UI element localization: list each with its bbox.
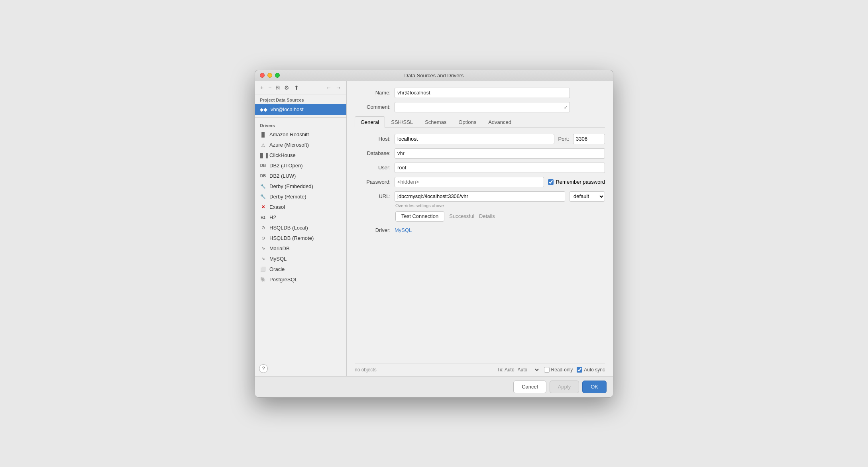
drivers-list: ▐▌ Amazon Redshift △ Azure (Microsoft) ▐… [255,130,346,361]
tab-advanced[interactable]: Advanced [482,116,517,128]
overrides-text: Overrides settings above [395,203,605,208]
user-label: User: [355,165,391,171]
driver-name: Azure (Microsoft) [269,142,309,148]
url-type-select[interactable]: default custom [569,191,605,202]
main-window: Data Sources and Drivers + − ⎘ ⚙ ⬆ ← → P… [255,70,613,398]
mariadb-icon: ∿ [260,245,266,252]
bottom-bar: no objects Tx: Auto Auto Manual Read-onl… [355,363,605,376]
port-input[interactable] [573,134,605,144]
comment-input[interactable] [395,102,570,112]
driver-row: Driver: MySQL [355,227,605,233]
driver-item[interactable]: ∿ MariaDB [255,243,346,254]
back-button[interactable]: ← [325,84,333,92]
titlebar: Data Sources and Drivers [255,70,613,81]
expand-icon[interactable]: ⤢ [564,104,568,110]
driver-item[interactable]: DB DB2 (LUW) [255,171,346,181]
cancel-button[interactable]: Cancel [513,381,546,393]
readonly-checkbox[interactable] [544,367,550,373]
apply-button[interactable]: Apply [550,381,579,393]
password-row: Password: Remember password [355,177,605,187]
comment-input-wrap: ⤢ [395,102,570,112]
main-content: + − ⎘ ⚙ ⬆ ← → Project Data Sources ◆ vhr… [255,81,613,376]
copy-button[interactable]: ⎘ [275,84,281,92]
maximize-button[interactable] [275,73,280,78]
driver-link[interactable]: MySQL [395,227,412,233]
driver-item[interactable]: ∿ MySQL [255,254,346,264]
url-row: URL: default custom [355,191,605,202]
project-section-label: Project Data Sources [255,94,346,104]
db2-jtopen-icon: DB [260,163,266,169]
name-input[interactable] [395,88,570,98]
url-input[interactable] [395,191,565,202]
forward-button[interactable]: → [334,84,342,92]
tab-ssh-ssl[interactable]: SSH/SSL [385,116,419,128]
driver-name: H2 [269,214,276,220]
derby-remote-icon: 🔧 [260,194,266,200]
driver-item[interactable]: ⊙ HSQLDB (Remote) [255,233,346,243]
driver-name: PostgreSQL [269,277,298,283]
ok-button[interactable]: OK [582,381,607,393]
driver-item[interactable]: H2 H2 [255,212,346,223]
comment-row: Comment: ⤢ [355,102,605,112]
derby-embedded-icon: 🔧 [260,183,266,190]
exasol-icon: ✕ [260,204,266,210]
driver-item[interactable]: ⊙ HSQLDB (Local) [255,223,346,233]
settings-button[interactable]: ⚙ [283,84,291,92]
left-toolbar: + − ⎘ ⚙ ⬆ ← → [255,81,346,94]
tx-select[interactable]: Auto Manual [516,367,540,373]
tab-schemas[interactable]: Schemas [419,116,452,128]
minimize-button[interactable] [267,73,272,78]
driver-name: HSQLDB (Local) [269,225,308,231]
nav-buttons: ← → [325,84,342,92]
clickhouse-icon: ▐▌▐ [260,152,266,159]
tab-options[interactable]: Options [452,116,482,128]
driver-item[interactable]: △ Azure (Microsoft) [255,140,346,150]
autosync-wrap: Auto sync [577,367,605,373]
close-button[interactable] [260,73,265,78]
user-row: User: [355,163,605,173]
add-button[interactable]: + [259,84,265,92]
driver-item[interactable]: 🐘 PostgreSQL [255,275,346,285]
driver-name: DB2 (JTOpen) [269,163,303,169]
url-label: URL: [355,193,391,199]
port-label: Port: [558,136,569,142]
autosync-checkbox[interactable] [577,367,582,373]
test-success-text: Successful [449,213,474,219]
driver-item[interactable]: DB DB2 (JTOpen) [255,161,346,171]
remember-password-label: Remember password [556,179,605,185]
datasource-item[interactable]: ◆ vhr@localhost [255,104,346,115]
host-input[interactable] [395,134,554,144]
tx-wrap: Tx: Auto Auto Manual [497,367,540,373]
driver-item[interactable]: 🔧 Derby (Embedded) [255,181,346,192]
import-button[interactable]: ⬆ [293,84,300,92]
postgresql-icon: 🐘 [260,277,266,283]
azure-icon: △ [260,142,266,148]
driver-item[interactable]: ✕ Exasol [255,202,346,212]
no-objects-text: no objects [355,367,497,373]
driver-name: Derby (Remote) [269,194,306,200]
divider [255,117,346,118]
test-connection-button[interactable]: Test Connection [395,211,444,222]
test-details-link[interactable]: Details [479,213,495,219]
h2-icon: H2 [260,214,266,221]
driver-item[interactable]: ▐▌ Amazon Redshift [255,130,346,140]
name-row: Name: [355,88,605,98]
driver-item[interactable]: 🔧 Derby (Remote) [255,192,346,202]
tab-general[interactable]: General [355,116,385,128]
right-panel: Name: Comment: ⤢ General SSH/SSL Schemas… [347,81,613,376]
driver-item[interactable]: ▐▌▐ ClickHouse [255,150,346,161]
driver-name: Exasol [269,204,285,210]
name-label: Name: [355,90,391,96]
driver-item[interactable]: ⬜ Oracle [255,264,346,275]
help-button[interactable]: ? [259,364,268,373]
password-label: Password: [355,179,391,185]
remove-button[interactable]: − [267,84,273,92]
hsqldb-remote-icon: ⊙ [260,235,266,241]
tabs: General SSH/SSL Schemas Options Advanced [355,116,605,128]
comment-label: Comment: [355,104,391,110]
password-input[interactable] [395,177,544,187]
user-input[interactable] [395,163,605,173]
database-input[interactable] [395,148,605,159]
remember-password-checkbox[interactable] [548,179,554,185]
remember-wrap: Remember password [548,179,605,185]
